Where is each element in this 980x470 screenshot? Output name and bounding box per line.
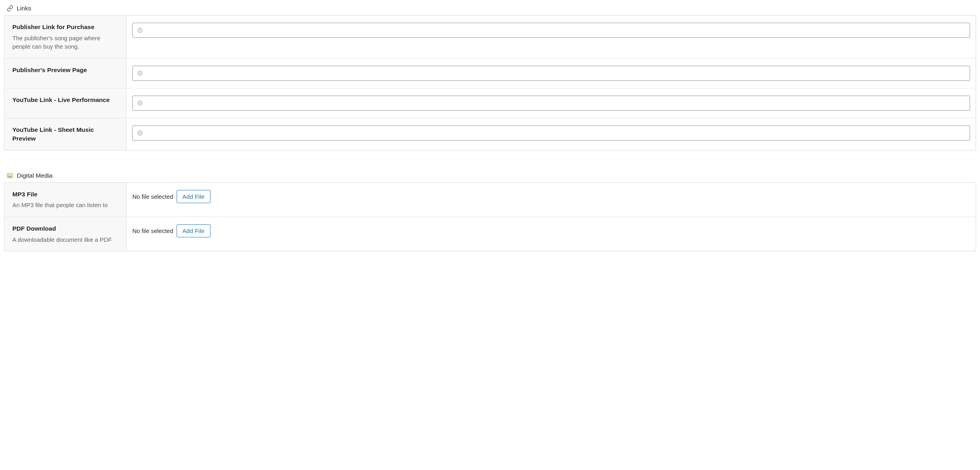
field-label-cell: PDF Download A downloadable document lik…: [4, 217, 127, 251]
field-input-cell: No file selected Add File: [127, 183, 976, 217]
field-label-cell: MP3 File An MP3 file that people can lis…: [4, 183, 127, 217]
globe-icon: [135, 128, 145, 138]
field-label-cell: Publisher's Preview Page: [4, 59, 127, 88]
youtube-sheet-input[interactable]: [146, 129, 966, 137]
section-heading-links: Links: [6, 5, 976, 12]
links-table: Publisher Link for Purchase The publishe…: [4, 15, 976, 151]
globe-icon: [135, 98, 145, 108]
field-row-youtube-live: YouTube Link - Live Performance: [4, 88, 976, 118]
url-input-wrap[interactable]: [132, 96, 970, 111]
section-heading-digital: Digital Media: [6, 172, 976, 179]
field-label: PDF Download: [12, 224, 118, 233]
photo-icon: [6, 172, 14, 179]
url-input-wrap[interactable]: [132, 66, 970, 81]
field-label: MP3 File: [12, 190, 118, 199]
globe-icon: [135, 25, 145, 35]
field-row-mp3: MP3 File An MP3 file that people can lis…: [4, 183, 976, 217]
field-desc: The publisher's song page where people c…: [12, 34, 118, 51]
field-row-pdf: PDF Download A downloadable document lik…: [4, 217, 976, 251]
field-desc: An MP3 file that people can listen to: [12, 201, 118, 210]
field-input-cell: No file selected Add File: [127, 217, 976, 251]
globe-icon: [135, 69, 145, 78]
url-input-wrap[interactable]: [132, 23, 970, 38]
section-title: Links: [17, 5, 31, 12]
field-input-cell: [127, 16, 976, 58]
svg-point-6: [8, 174, 9, 175]
field-desc: A downloadable document like a PDF: [12, 235, 118, 244]
section-title: Digital Media: [17, 172, 53, 179]
field-input-cell: [127, 118, 976, 150]
field-row-youtube-sheet: YouTube Link - Sheet Music Preview: [4, 118, 976, 150]
add-file-button-pdf[interactable]: Add File: [177, 224, 211, 237]
publisher-link-input[interactable]: [146, 27, 966, 34]
preview-page-input[interactable]: [146, 70, 966, 77]
field-label: YouTube Link - Sheet Music Preview: [12, 125, 118, 143]
link-icon: [6, 5, 14, 12]
section-divider: [4, 158, 976, 172]
add-file-button-mp3[interactable]: Add File: [177, 190, 211, 203]
field-label: Publisher's Preview Page: [12, 66, 118, 74]
field-input-cell: [127, 88, 976, 118]
url-input-wrap[interactable]: [132, 125, 970, 141]
field-label-cell: YouTube Link - Live Performance: [4, 88, 127, 118]
file-status: No file selected: [132, 193, 173, 200]
field-input-cell: [127, 59, 976, 88]
field-label: Publisher Link for Purchase: [12, 23, 118, 31]
field-row-publisher-link: Publisher Link for Purchase The publishe…: [4, 16, 976, 58]
field-label: YouTube Link - Live Performance: [12, 96, 118, 104]
digital-table: MP3 File An MP3 file that people can lis…: [4, 182, 976, 252]
field-row-preview-page: Publisher's Preview Page: [4, 58, 976, 88]
field-label-cell: YouTube Link - Sheet Music Preview: [4, 118, 127, 150]
field-label-cell: Publisher Link for Purchase The publishe…: [4, 16, 127, 58]
file-status: No file selected: [132, 227, 173, 234]
youtube-live-input[interactable]: [146, 100, 966, 107]
